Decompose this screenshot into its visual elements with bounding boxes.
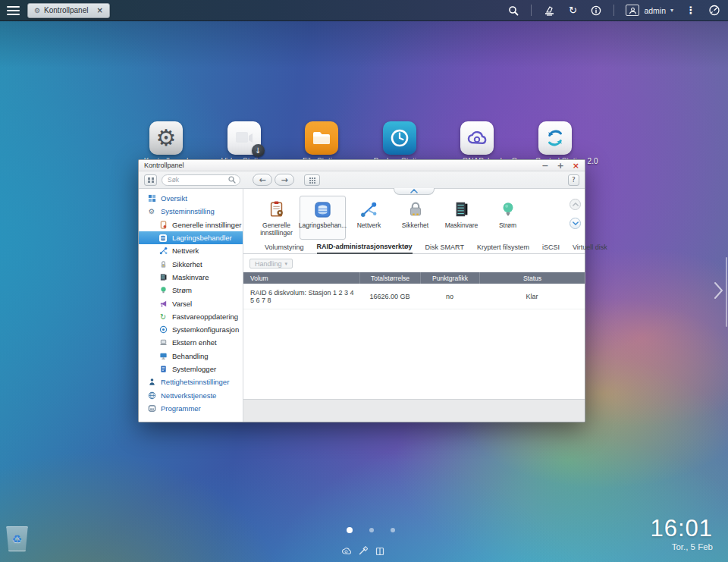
- desktop-icon-file-station[interactable]: File Station: [305, 121, 338, 155]
- desktop-icon-qsync[interactable]: Qsync Central Station 2.0: [538, 121, 572, 155]
- search-box[interactable]: [162, 174, 240, 186]
- more-options-icon[interactable]: ⋮: [685, 5, 697, 17]
- dashboard-icon[interactable]: [708, 5, 720, 17]
- storage-manager-icon: [158, 234, 168, 243]
- table-row[interactable]: RAID 6 diskvolum: Stasjon 1 2 3 4 5 6 7 …: [243, 284, 585, 309]
- cell-volum: RAID 6 diskvolum: Stasjon 1 2 3 4 5 6 7 …: [243, 289, 359, 304]
- help-button[interactable]: ?: [568, 174, 579, 186]
- desktop-icon-row: ⚙ Kontrollpanel ↓ Video Station File Sta…: [149, 121, 572, 155]
- sidebar-item-nettverk[interactable]: Nettverk: [139, 244, 243, 257]
- tab-iscsi[interactable]: iSCSI: [542, 243, 560, 253]
- view-all-button[interactable]: [304, 174, 320, 186]
- myqnapcloud-link-icon[interactable]: [341, 546, 351, 556]
- sidebar-toggle-button[interactable]: [144, 174, 157, 186]
- forward-button[interactable]: →: [275, 174, 294, 186]
- category-sikkerhet[interactable]: Sikkerhet: [392, 196, 438, 240]
- column-status[interactable]: Status: [479, 272, 585, 284]
- cell-status: Klar: [479, 293, 585, 300]
- search-icon: [228, 176, 236, 184]
- power-icon: [498, 199, 518, 219]
- category-nettverk[interactable]: Nettverk: [346, 196, 392, 240]
- background-tasks-icon[interactable]: [543, 5, 555, 17]
- refresh-icon[interactable]: ↻: [566, 5, 579, 17]
- sidebar-item-varsel[interactable]: Varsel: [139, 297, 243, 309]
- user-menu[interactable]: admin ▾: [626, 5, 673, 16]
- category-strom[interactable]: Strøm: [485, 196, 531, 240]
- cloud-icon: [466, 130, 488, 146]
- tab-kryptert-filsystem[interactable]: Kryptert filsystem: [477, 243, 529, 253]
- column-punktgrafikk[interactable]: Punktgrafikk: [420, 272, 479, 284]
- sidebar-item-maskinvare[interactable]: Maskinvare: [139, 271, 243, 284]
- desktop-page-dots: [347, 527, 395, 533]
- back-button[interactable]: ←: [253, 174, 272, 186]
- hardware-icon: [158, 272, 168, 281]
- taskbar-tab-kontrollpanel[interactable]: ⚙ Kontrollpanel ×: [27, 3, 110, 18]
- search-icon[interactable]: [507, 5, 519, 17]
- content-footer: [243, 399, 585, 422]
- lock-icon: [158, 259, 168, 268]
- folder-icon: [312, 130, 331, 146]
- window-titlebar[interactable]: Kontrollpanel − + ×: [139, 160, 585, 171]
- applications-icon: [147, 403, 156, 413]
- control-panel-window: Kontrollpanel − + × ← → ?: [138, 159, 585, 422]
- close-tab-icon[interactable]: ×: [96, 6, 102, 14]
- sidebar-item-sikkerhet[interactable]: Sikkerhet: [139, 257, 243, 270]
- system-logs-icon: [158, 365, 168, 374]
- scroll-up-button[interactable]: [570, 199, 581, 210]
- recycle-bin[interactable]: ♻: [5, 526, 29, 551]
- main-menu-button[interactable]: [0, 0, 26, 21]
- desktop-icon-backup-station[interactable]: Backup Station: [383, 121, 416, 155]
- general-settings-icon: [158, 220, 168, 229]
- page-dot-2[interactable]: [369, 528, 374, 532]
- sidebar-item-behandling[interactable]: Behandling: [139, 350, 243, 363]
- sidebar-item-ekstern-enhet[interactable]: Ekstern enhet: [139, 336, 243, 349]
- search-input[interactable]: [168, 176, 228, 184]
- sidebar-item-oversikt[interactable]: Oversikt: [139, 192, 243, 205]
- page-dot-1[interactable]: [347, 527, 353, 533]
- chevron-right-icon: [714, 281, 723, 300]
- cell-totalstorrelse: 16626.00 GB: [359, 293, 420, 300]
- sidebar-item-strom[interactable]: Strøm: [139, 284, 243, 297]
- column-volum[interactable]: Volum: [243, 272, 359, 284]
- chevron-down-icon: ▾: [285, 261, 288, 267]
- minimize-button[interactable]: −: [541, 162, 548, 170]
- sidebar-item-systeminnstilling[interactable]: ⚙ Systeminnstilling: [139, 205, 243, 218]
- collapse-panel-tab[interactable]: [394, 188, 435, 195]
- tab-volumstyring[interactable]: Volumstyring: [265, 243, 304, 253]
- page-dot-3[interactable]: [391, 528, 395, 532]
- category-maskinvare[interactable]: Maskinvare: [438, 196, 485, 240]
- column-totalstorrelse[interactable]: Totalstørrelse: [359, 272, 420, 284]
- sidebar-item-lagringsbehandler[interactable]: Lagringsbehandler: [139, 231, 243, 244]
- sidebar-item-rettighetsinnstillinger[interactable]: Rettighetsinnstillinger: [139, 375, 243, 388]
- next-desktop-page-button[interactable]: [711, 278, 726, 303]
- close-button[interactable]: ×: [573, 162, 579, 170]
- sidebar-item-nettverkstjeneste[interactable]: Nettverkstjeneste: [139, 388, 243, 401]
- category-generelle-innstillinger[interactable]: Generelle innstillinger: [253, 196, 300, 240]
- desktop-icon-myqnapcloud[interactable]: myQNAPcloud: [460, 121, 494, 155]
- tab-disk-smart[interactable]: Disk SMART: [425, 243, 464, 253]
- tab-virtuell-disk[interactable]: Virtuell disk: [573, 243, 607, 253]
- handling-dropdown-button[interactable]: Handling ▾: [249, 259, 293, 268]
- bottom-dock: [341, 546, 384, 556]
- window-sidebar: Oversikt ⚙ Systeminnstilling Generelle i…: [139, 189, 243, 422]
- category-lagringsbehandler[interactable]: Lagringsbehan...: [300, 196, 346, 240]
- sidebar-item-systemlogger[interactable]: Systemlogger: [139, 363, 243, 375]
- desktop-icon-kontrollpanel[interactable]: ⚙ Kontrollpanel: [149, 121, 183, 155]
- tools-icon[interactable]: [358, 546, 368, 556]
- info-icon[interactable]: [590, 5, 602, 17]
- sidebar-item-fastvareoppdatering[interactable]: ↻ Fastvareoppdatering: [139, 310, 243, 323]
- sidebar-item-programmer[interactable]: Programmer: [139, 402, 243, 415]
- scroll-down-button[interactable]: [570, 218, 581, 229]
- firmware-update-icon: ↻: [158, 312, 168, 321]
- desktop-icon-video-station[interactable]: ↓ Video Station: [228, 121, 261, 155]
- dashboard-columns-icon[interactable]: [375, 546, 384, 556]
- screen-edge-handle[interactable]: [726, 257, 727, 327]
- content-tabs: Volumstyring RAID-administrasjonsverktøy…: [243, 243, 585, 254]
- top-bar: ⚙ Kontrollpanel × ↻ admin ▾: [0, 0, 728, 21]
- maximize-button[interactable]: +: [557, 162, 564, 170]
- sidebar-item-generelle-innstillinger[interactable]: Generelle innstillinger: [139, 218, 243, 231]
- tab-raid-administrasjonsverktoy[interactable]: RAID-administrasjonsverktøy: [317, 243, 413, 254]
- chevron-up-icon: [410, 189, 418, 193]
- topbar-divider: [613, 5, 614, 16]
- sidebar-item-systemkonfigurasjon[interactable]: Systemkonfigurasjon: [139, 323, 243, 336]
